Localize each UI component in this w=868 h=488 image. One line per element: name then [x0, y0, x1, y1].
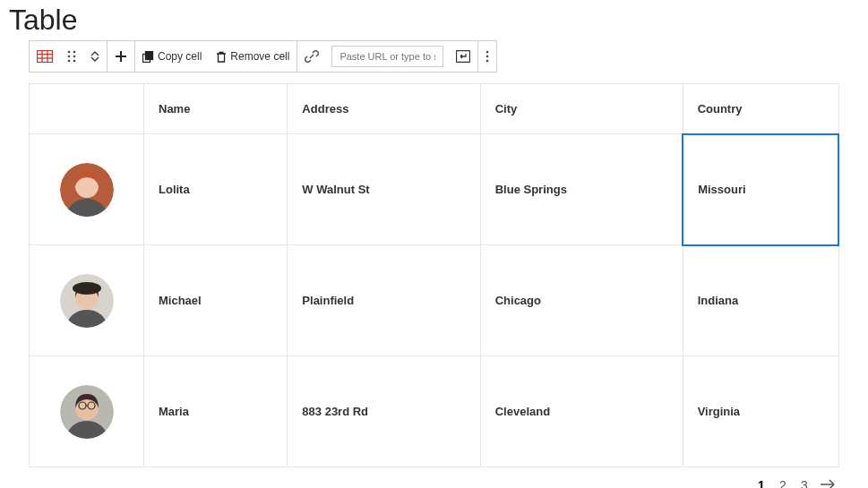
svg-point-5 [68, 51, 71, 54]
cell-avatar[interactable] [30, 134, 144, 245]
page-title: Table [9, 4, 859, 37]
header-address[interactable]: Address [288, 84, 480, 134]
submit-link-button[interactable] [449, 41, 477, 72]
table-row: LolitaW Walnut StBlue SpringsMissouri [30, 134, 839, 245]
cell-avatar[interactable] [30, 356, 144, 467]
cell-name[interactable]: Lolita [144, 134, 288, 245]
copy-cell-button[interactable]: Copy cell [135, 41, 209, 72]
svg-point-8 [73, 56, 76, 58]
cell-name[interactable]: Michael [144, 245, 288, 356]
svg-point-15 [486, 56, 489, 58]
drag-handle-icon[interactable] [60, 41, 83, 72]
table-row: Maria883 23rd RdClevelandVirginia [30, 356, 839, 467]
cell-country[interactable]: Missouri [683, 134, 838, 245]
add-button[interactable] [107, 41, 134, 72]
editor-toolbar: Copy cell Remove cell [29, 40, 497, 73]
enter-icon [456, 50, 470, 63]
header-country[interactable]: Country [683, 84, 838, 134]
svg-rect-0 [38, 51, 53, 63]
remove-cell-button[interactable]: Remove cell [209, 41, 296, 72]
link-icon [305, 49, 319, 64]
plus-icon [115, 50, 127, 63]
data-table: Name Address City Country LolitaW Walnut… [29, 83, 839, 467]
copy-cell-label: Copy cell [158, 50, 202, 63]
copy-icon [142, 51, 154, 63]
cell-city[interactable]: Blue Springs [480, 134, 683, 245]
chevron-down-icon [90, 56, 99, 62]
svg-point-6 [73, 51, 76, 54]
pagination-next[interactable] [820, 478, 836, 488]
cell-avatar[interactable] [30, 245, 144, 356]
header-avatar[interactable] [30, 84, 144, 134]
header-name[interactable]: Name [144, 84, 288, 134]
trash-icon [216, 51, 227, 63]
header-city[interactable]: City [480, 84, 683, 134]
more-options-button[interactable] [478, 41, 496, 72]
url-input[interactable] [331, 46, 443, 67]
cell-city[interactable]: Cleveland [480, 356, 683, 467]
table-grid-icon[interactable] [30, 41, 60, 72]
avatar [60, 163, 114, 217]
avatar [60, 385, 114, 439]
cell-name[interactable]: Maria [144, 356, 288, 467]
vertical-dots-icon [486, 50, 489, 63]
move-up-down-button[interactable] [83, 51, 107, 62]
svg-point-25 [73, 282, 101, 295]
avatar [60, 274, 114, 328]
svg-point-16 [486, 60, 489, 63]
cell-address[interactable]: Plainfield [288, 245, 480, 356]
svg-point-14 [486, 51, 489, 54]
svg-point-7 [68, 56, 71, 58]
pagination-page[interactable]: 2 [777, 478, 789, 488]
svg-point-9 [68, 60, 71, 63]
cell-country[interactable]: Indiana [683, 245, 838, 356]
svg-rect-12 [146, 51, 153, 59]
cell-address[interactable]: 883 23rd Rd [288, 356, 480, 467]
cell-city[interactable]: Chicago [480, 245, 683, 356]
pagination-page[interactable]: 1 [755, 478, 768, 488]
cell-country[interactable]: Virginia [683, 356, 838, 467]
pagination: 123 [9, 478, 836, 488]
link-button[interactable] [297, 41, 326, 72]
cell-address[interactable]: W Walnut St [288, 134, 480, 245]
table-row: MichaelPlainfieldChicagoIndiana [30, 245, 839, 356]
remove-cell-label: Remove cell [230, 50, 289, 63]
pagination-page[interactable]: 3 [798, 478, 811, 488]
arrow-right-icon [820, 479, 836, 488]
svg-point-10 [73, 60, 76, 63]
